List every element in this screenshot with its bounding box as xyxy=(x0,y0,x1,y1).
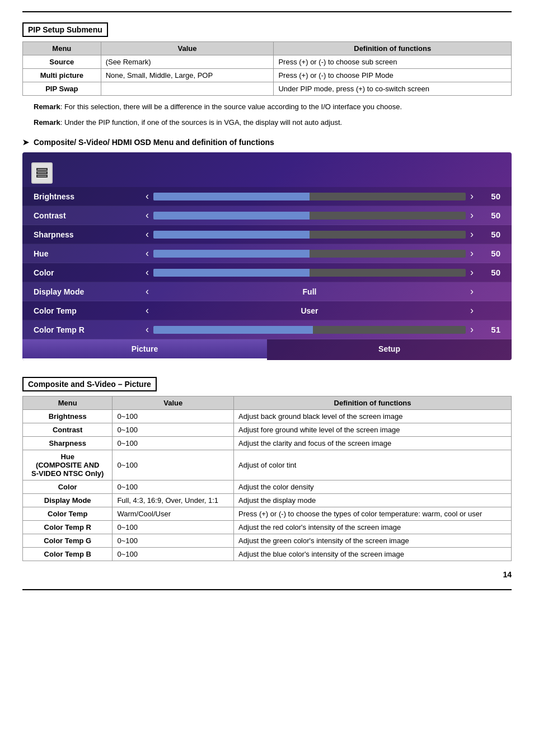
osd-row-label: Display Mode xyxy=(34,287,146,296)
osd-footer-tab[interactable]: Setup xyxy=(267,339,512,360)
osd-bar-bg xyxy=(153,269,466,277)
osd-row-value: 50 xyxy=(478,249,500,258)
osd-left-arrow[interactable]: ‹ xyxy=(146,324,149,335)
svg-rect-2 xyxy=(37,175,47,177)
cs-cell-value: 0~100 xyxy=(113,521,234,534)
osd-menu-row: Color Temp R‹ ›51 xyxy=(22,320,512,339)
cs-cell-definition: Adjust of color tint xyxy=(234,450,512,480)
cs-table-row: Color 0~100 Adjust the color density xyxy=(23,480,512,494)
cs-cell-definition: Adjust the green color's intensity of th… xyxy=(234,534,512,548)
pip-cell-value: (See Remark) xyxy=(101,55,274,69)
osd-right-arrow[interactable]: › xyxy=(470,228,474,240)
top-rule xyxy=(22,11,512,12)
cs-cell-menu: Color Temp G xyxy=(23,534,113,548)
osd-rows: Brightness‹ ›50Contrast‹ ›50Sharpness‹ ›… xyxy=(22,187,512,339)
osd-bar-fill xyxy=(153,269,310,277)
cs-table-row: Brightness 0~100 Adjust back ground blac… xyxy=(23,410,512,423)
cs-cell-menu: Sharpness xyxy=(23,437,113,450)
osd-bar-fill xyxy=(153,231,310,239)
osd-row-label: Color Temp R xyxy=(34,325,146,334)
cs-cell-value: 0~100 xyxy=(113,534,234,548)
osd-bar-fill xyxy=(153,250,310,258)
cs-cell-definition: Adjust back ground black level of the sc… xyxy=(234,410,512,423)
osd-row-value: 50 xyxy=(478,211,500,220)
osd-menu-row: Display Mode‹Full› xyxy=(22,282,512,301)
cs-cell-definition: Adjust the color density xyxy=(234,480,512,494)
cs-table-row: Contrast 0~100 Adjust fore ground white … xyxy=(23,423,512,437)
cs-cell-menu: Color Temp B xyxy=(23,548,113,561)
osd-menu-row: Hue‹ ›50 xyxy=(22,244,512,263)
osd-menu-row: Sharpness‹ ›50 xyxy=(22,225,512,244)
osd-menu-icon xyxy=(31,162,53,184)
pip-cell-menu: PIP Swap xyxy=(23,82,101,96)
osd-footer-tab[interactable]: Picture xyxy=(22,339,267,360)
pip-submenu-title: PIP Setup Submenu xyxy=(22,22,108,37)
osd-right-arrow[interactable]: › xyxy=(470,286,474,297)
osd-bar-bg xyxy=(153,193,466,200)
osd-bar-bg xyxy=(153,231,466,239)
osd-left-arrow[interactable]: ‹ xyxy=(146,190,149,202)
cs-table-row: Color Temp Warm/Cool/User Press (+) or (… xyxy=(23,507,512,521)
pip-cell-definition: Press (+) or (-) to choose PIP Mode xyxy=(274,69,512,82)
cs-col-definition: Definition of functions xyxy=(234,396,512,410)
osd-bar-container xyxy=(153,212,466,220)
pip-table-row: Source (See Remark) Press (+) or (-) to … xyxy=(23,55,512,69)
osd-left-arrow[interactable]: ‹ xyxy=(146,248,149,259)
osd-bar-fill xyxy=(153,212,310,220)
pip-submenu-section: PIP Setup Submenu Menu Value Definition … xyxy=(22,22,512,128)
cs-cell-value: 0~100 xyxy=(113,423,234,437)
cs-cell-value: 0~100 xyxy=(113,548,234,561)
cs-table-row: Color Temp R 0~100 Adjust the red color'… xyxy=(23,521,512,534)
pip-col-menu: Menu xyxy=(23,42,101,55)
composite-svideo-section: Composite and S-Video – Picture Menu Val… xyxy=(22,370,512,561)
osd-left-arrow[interactable]: ‹ xyxy=(146,305,149,316)
cs-cell-definition: Adjust the blue color's intensity of the… xyxy=(234,548,512,561)
cs-cell-menu: Brightness xyxy=(23,410,113,423)
pip-cell-menu: Multi picture xyxy=(23,69,101,82)
cs-cell-menu: Hue(COMPOSITE ANDS-VIDEO NTSC Only) xyxy=(23,450,113,480)
osd-left-arrow[interactable]: ‹ xyxy=(146,209,149,221)
osd-bar-container xyxy=(153,193,466,200)
osd-row-label: Sharpness xyxy=(34,230,146,239)
cs-cell-value: Warm/Cool/User xyxy=(113,507,234,521)
pip-table: Menu Value Definition of functions Sourc… xyxy=(22,41,512,96)
osd-bar-bg xyxy=(153,326,466,334)
osd-right-arrow[interactable]: › xyxy=(470,209,474,221)
cs-table-row: Hue(COMPOSITE ANDS-VIDEO NTSC Only) 0~10… xyxy=(23,450,512,480)
cs-cell-definition: Adjust the display mode xyxy=(234,494,512,507)
cs-col-menu: Menu xyxy=(23,396,113,410)
cs-cell-menu: Color Temp R xyxy=(23,521,113,534)
osd-text-value: User xyxy=(153,306,466,315)
osd-right-arrow[interactable]: › xyxy=(470,267,474,278)
osd-row-value: 50 xyxy=(478,268,500,277)
osd-menu-row: Brightness‹ ›50 xyxy=(22,187,512,206)
osd-left-arrow[interactable]: ‹ xyxy=(146,228,149,240)
pip-remark-1: Remark: For this selection, there will b… xyxy=(22,101,512,113)
osd-bar-bg xyxy=(153,212,466,220)
cs-cell-menu: Contrast xyxy=(23,423,113,437)
pip-table-row: PIP Swap Under PIP mode, press (+) to co… xyxy=(23,82,512,96)
cs-table-row: Sharpness 0~100 Adjust the clarity and f… xyxy=(23,437,512,450)
osd-left-arrow[interactable]: ‹ xyxy=(146,267,149,278)
cs-col-value: Value xyxy=(113,396,234,410)
cs-cell-definition: Adjust the clarity and focus of the scre… xyxy=(234,437,512,450)
osd-row-label: Brightness xyxy=(34,192,146,201)
composite-svideo-title: Composite and S-Video – Picture xyxy=(22,377,157,391)
cs-cell-definition: Press (+) or (-) to choose the types of … xyxy=(234,507,512,521)
osd-icon-row xyxy=(22,158,512,187)
pip-table-row: Multi picture None, Small, Middle, Large… xyxy=(23,69,512,82)
osd-bar-container xyxy=(153,326,466,334)
osd-bar-container xyxy=(153,269,466,277)
osd-right-arrow[interactable]: › xyxy=(470,324,474,335)
pip-cell-value: None, Small, Middle, Large, POP xyxy=(101,69,274,82)
osd-left-arrow[interactable]: ‹ xyxy=(146,286,149,297)
pip-cell-value xyxy=(101,82,274,96)
osd-right-arrow[interactable]: › xyxy=(470,190,474,202)
cs-cell-value: 0~100 xyxy=(113,410,234,423)
cs-cell-menu: Color xyxy=(23,480,113,494)
cs-cell-menu: Color Temp xyxy=(23,507,113,521)
pip-col-definition: Definition of functions xyxy=(274,42,512,55)
osd-right-arrow[interactable]: › xyxy=(470,248,474,259)
osd-right-arrow[interactable]: › xyxy=(470,305,474,316)
osd-text-value: Full xyxy=(153,287,466,296)
